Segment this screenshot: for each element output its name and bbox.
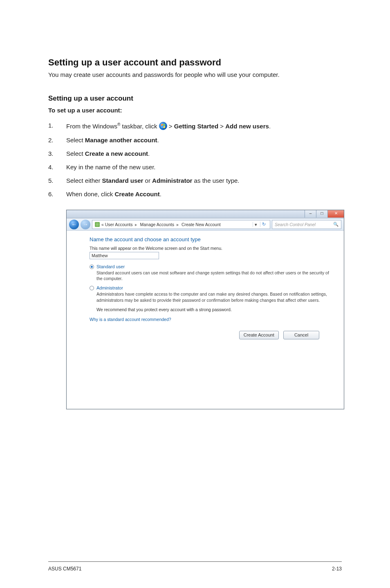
radio-description: Administrators have complete access to t… bbox=[96, 291, 332, 303]
back-button[interactable]: ← bbox=[69, 220, 79, 229]
create-account-button[interactable]: Create Account bbox=[239, 331, 279, 339]
footer-left: ASUS CM5671 bbox=[48, 566, 81, 572]
step-text: When done, click Create Account. bbox=[66, 191, 342, 197]
account-name-input[interactable]: Matthew bbox=[90, 252, 159, 259]
step-3: 3. Select Create a new account. bbox=[48, 150, 342, 157]
step-text: Select Create a new account. bbox=[66, 150, 342, 157]
search-placeholder: Search Control Panel bbox=[275, 222, 316, 227]
maximize-button[interactable]: □ bbox=[316, 210, 327, 218]
radio-label: Administrator bbox=[96, 285, 123, 290]
radio-description: Standard account users can use most soft… bbox=[96, 270, 332, 281]
step-2: 2. Select Manage another account. bbox=[48, 137, 342, 144]
page-footer: ASUS CM5671 2-13 bbox=[48, 561, 342, 572]
radio-administrator[interactable]: Administrator bbox=[90, 285, 332, 290]
step-number: 1. bbox=[48, 122, 66, 130]
forward-button[interactable]: → bbox=[81, 220, 90, 229]
sub-heading: Setting up a user account bbox=[48, 94, 342, 103]
search-input[interactable]: Search Control Panel 🔍 bbox=[272, 220, 341, 229]
step-number: 2. bbox=[48, 137, 66, 144]
step-number: 5. bbox=[48, 177, 66, 184]
step-number: 3. bbox=[48, 150, 66, 157]
intro-text: You may create user accounts and passwor… bbox=[48, 71, 342, 78]
breadcrumb-segment[interactable]: Manage Accounts bbox=[140, 222, 174, 227]
create-account-window: – □ ✕ ← → « User Accounts ▸ Manage Accou… bbox=[66, 210, 344, 409]
minimize-button[interactable]: – bbox=[305, 210, 316, 218]
radio-icon bbox=[90, 286, 94, 290]
breadcrumb-segment[interactable]: Create New Account bbox=[182, 222, 221, 227]
step-text: From the Windows® taskbar, click > Getti… bbox=[66, 122, 342, 130]
instructions-label: To set up a user account: bbox=[48, 107, 342, 114]
start-orb-icon bbox=[159, 122, 167, 130]
breadcrumb-segment[interactable]: « User Accounts bbox=[101, 222, 132, 227]
step-number: 4. bbox=[48, 164, 66, 171]
step-6: 6. When done, click Create Account. bbox=[48, 191, 342, 197]
step-text: Select Manage another account. bbox=[66, 137, 342, 144]
breadcrumb-sep-icon: ▸ bbox=[177, 222, 179, 227]
radio-icon bbox=[90, 265, 94, 269]
why-standard-link[interactable]: Why is a standard account recommended? bbox=[90, 317, 171, 322]
radio-label: Standard user bbox=[96, 264, 125, 269]
step-1: 1. From the Windows® taskbar, click > Ge… bbox=[48, 122, 342, 130]
page-heading: Setting up a user account and password bbox=[48, 57, 342, 68]
content-subtext: This name will appear on the Welcome scr… bbox=[90, 246, 332, 251]
footer-right: 2-13 bbox=[332, 566, 342, 572]
nav-bar: ← → « User Accounts ▸ Manage Accounts ▸ … bbox=[67, 218, 344, 231]
content-heading: Name the account and choose an account t… bbox=[90, 236, 332, 242]
step-text: Key in the name of the new user. bbox=[66, 164, 342, 171]
window-content: Name the account and choose an account t… bbox=[67, 231, 344, 409]
search-icon: 🔍 bbox=[333, 222, 338, 227]
step-4: 4. Key in the name of the new user. bbox=[48, 164, 342, 171]
window-titlebar: – □ ✕ bbox=[67, 210, 344, 218]
radio-standard-user[interactable]: Standard user bbox=[90, 264, 332, 269]
step-number: 6. bbox=[48, 191, 66, 197]
recommend-text: We recommend that you protect every acco… bbox=[96, 307, 332, 312]
breadcrumb-sep-icon: ▸ bbox=[135, 222, 137, 227]
control-panel-icon bbox=[95, 222, 100, 227]
close-button[interactable]: ✕ bbox=[327, 210, 344, 218]
step-5: 5. Select either Standard user or Admini… bbox=[48, 177, 342, 184]
refresh-icon[interactable]: ↻ bbox=[260, 222, 267, 227]
step-text: Select either Standard user or Administr… bbox=[66, 177, 342, 184]
cancel-button[interactable]: Cancel bbox=[283, 331, 319, 339]
address-dropdown-icon[interactable]: ▾ bbox=[253, 222, 258, 227]
steps-list: 1. From the Windows® taskbar, click > Ge… bbox=[48, 122, 342, 197]
address-bar[interactable]: « User Accounts ▸ Manage Accounts ▸ Crea… bbox=[92, 220, 270, 229]
